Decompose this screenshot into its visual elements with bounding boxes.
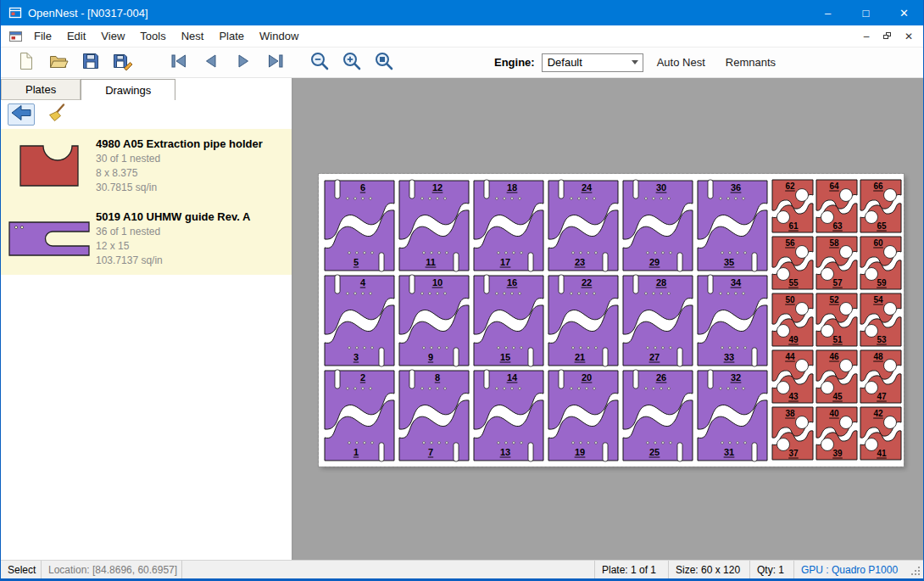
menu-nest[interactable]: Nest: [174, 26, 212, 46]
red-part-pair[interactable]: 5453: [860, 293, 901, 346]
part-number: 25: [649, 447, 660, 457]
mdi-minimize-button[interactable]: –: [859, 30, 874, 43]
menu-plate[interactable]: Plate: [211, 26, 252, 46]
zoom-out-button[interactable]: [306, 51, 333, 75]
send-to-nest-button[interactable]: [8, 103, 35, 126]
drawings-panel: Plates Drawings 4980 A05 Extraction pipe…: [1, 78, 293, 560]
minimize-button[interactable]: –: [809, 0, 847, 25]
part-number: 42: [873, 409, 883, 418]
part-number: 18: [507, 182, 517, 193]
nest-drawing: 6512111817242330293635431091615222128273…: [319, 174, 904, 466]
save-as-button[interactable]: [109, 51, 136, 75]
document-icon: [9, 31, 22, 42]
red-part-pair[interactable]: 4645: [816, 350, 857, 403]
part-number: 54: [873, 295, 883, 304]
menu-edit[interactable]: Edit: [59, 26, 93, 46]
open-button[interactable]: [45, 51, 72, 75]
purple-part-pair[interactable]: 2221: [548, 275, 618, 366]
red-part-pair[interactable]: 5049: [772, 293, 813, 346]
nest-canvas[interactable]: 6512111817242330293635431091615222128273…: [293, 78, 923, 560]
red-part-pair[interactable]: 3837: [772, 407, 813, 460]
red-part-pair[interactable]: 4039: [816, 407, 857, 460]
save-button[interactable]: [77, 51, 104, 75]
last-plate-button[interactable]: [262, 51, 289, 75]
part-number: 55: [788, 278, 799, 288]
purple-part-pair[interactable]: 3635: [698, 180, 767, 271]
red-part-pair[interactable]: 5251: [816, 293, 857, 346]
previous-plate-button[interactable]: [198, 51, 225, 75]
red-part-pair[interactable]: 6665: [860, 180, 901, 232]
purple-part-pair[interactable]: 21: [325, 370, 394, 461]
part-thumbnail-purple: [1, 210, 96, 266]
menu-file[interactable]: File: [26, 26, 59, 46]
part-number: 36: [731, 182, 741, 193]
red-part-pair[interactable]: 4847: [860, 350, 901, 403]
part-number: 52: [829, 295, 839, 304]
zoom-fit-button[interactable]: [370, 51, 398, 75]
part-number: 27: [649, 352, 660, 362]
drawing-title: 5019 A10 UHMW guide Rev. A: [96, 210, 287, 223]
purple-part-pair[interactable]: 3029: [623, 180, 693, 271]
previous-arrow-icon: [201, 51, 221, 75]
mdi-restore-button[interactable]: [880, 30, 895, 43]
purple-part-pair[interactable]: 1413: [474, 370, 543, 461]
red-part-pair[interactable]: 6059: [860, 237, 901, 289]
resize-grip[interactable]: [911, 567, 920, 575]
red-part-pair[interactable]: 6463: [816, 180, 857, 232]
new-button[interactable]: [13, 51, 40, 75]
part-number: 29: [649, 257, 660, 267]
left-arrow-icon: [10, 103, 32, 126]
next-plate-button[interactable]: [230, 51, 257, 75]
close-button[interactable]: ✕: [885, 0, 923, 25]
part-number: 62: [785, 182, 795, 191]
purple-part-pair[interactable]: 43: [325, 275, 394, 366]
drawing-area: 103.7137 sq/in: [96, 254, 287, 266]
red-part-pair[interactable]: 5857: [816, 237, 857, 289]
zoom-out-icon: [309, 51, 330, 75]
part-number: 49: [788, 335, 799, 344]
auto-nest-button[interactable]: Auto Nest: [650, 52, 712, 73]
part-number: 34: [731, 277, 742, 288]
part-number: 30: [656, 182, 666, 193]
red-part-pair[interactable]: 4443: [772, 350, 813, 403]
purple-part-pair[interactable]: 1817: [474, 180, 543, 271]
mdi-close-button[interactable]: ✕: [901, 30, 916, 43]
part-number: 51: [832, 335, 843, 344]
drawing-list-item[interactable]: 4980 A05 Extraction pipe holder 30 of 1 …: [1, 129, 292, 202]
purple-part-pair[interactable]: 1615: [474, 275, 543, 366]
red-part-pair[interactable]: 4241: [860, 407, 901, 460]
purple-part-pair[interactable]: 2827: [623, 275, 693, 366]
purple-part-pair[interactable]: 87: [399, 370, 469, 461]
purple-part-pair[interactable]: 2423: [548, 180, 618, 271]
red-part-pair[interactable]: 5655: [772, 237, 813, 289]
menu-tools[interactable]: Tools: [132, 26, 173, 46]
tab-drawings[interactable]: Drawings: [81, 79, 175, 100]
red-part-pair[interactable]: 6261: [772, 180, 813, 232]
purple-part-pair[interactable]: 3433: [698, 275, 767, 366]
part-number: 31: [724, 447, 734, 457]
clean-button[interactable]: [43, 103, 70, 126]
tab-plates[interactable]: Plates: [1, 79, 81, 100]
part-number: 9: [428, 352, 433, 362]
purple-part-pair[interactable]: 1211: [399, 180, 469, 271]
status-size: Size: 60 x 120: [669, 561, 750, 578]
purple-part-pair[interactable]: 2625: [623, 370, 693, 461]
purple-part-pair[interactable]: 65: [325, 180, 394, 271]
zoom-in-button[interactable]: [338, 51, 365, 75]
part-number: 11: [426, 257, 436, 267]
purple-part-pair[interactable]: 3231: [698, 370, 767, 461]
purple-part-pair[interactable]: 2019: [548, 370, 618, 461]
main-toolbar: Engine: Default Auto Nest Remnants: [1, 47, 923, 78]
maximize-button[interactable]: □: [847, 0, 885, 25]
remnants-button[interactable]: Remnants: [719, 52, 782, 73]
drawing-list-item[interactable]: 5019 A10 UHMW guide Rev. A 36 of 1 neste…: [1, 202, 292, 275]
menu-window[interactable]: Window: [252, 26, 306, 46]
menu-view[interactable]: View: [93, 26, 132, 46]
part-number: 3: [353, 352, 359, 362]
part-number: 35: [724, 257, 734, 267]
first-plate-button[interactable]: [165, 51, 192, 75]
purple-part-pair[interactable]: 109: [399, 275, 469, 366]
part-number: 4: [360, 277, 366, 288]
part-thumbnail-red: [1, 137, 96, 193]
engine-dropdown[interactable]: Default: [542, 53, 643, 72]
